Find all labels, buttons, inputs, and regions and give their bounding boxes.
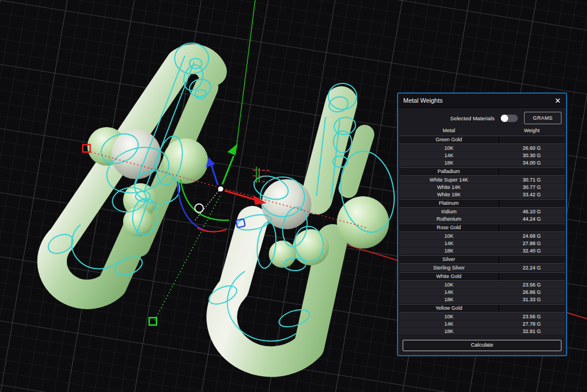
metal-group-header[interactable]: Silver xyxy=(399,255,565,264)
metal-weight-row[interactable]: 14K26.86 G xyxy=(399,289,565,296)
column-header-metal: Metal xyxy=(399,128,499,133)
metal-group-name: White Gold xyxy=(399,273,499,280)
metal-weight-row[interactable]: 18K34.00 G xyxy=(399,159,565,167)
metal-cell: 18K xyxy=(399,297,499,302)
weight-cell: 27.78 G xyxy=(499,321,565,327)
metal-weight-row[interactable]: 10K24.68 G xyxy=(399,233,565,240)
metal-cell: White 14K xyxy=(399,184,499,190)
metal-group-name: Rose Gold xyxy=(399,224,499,231)
metal-weight-row[interactable]: Ruthenium44.24 G xyxy=(399,216,565,223)
metal-cell: 10K xyxy=(399,145,499,151)
metal-cell: 10K xyxy=(399,314,499,319)
units-button[interactable]: GRAMS xyxy=(524,112,561,124)
metal-weight-row[interactable]: 10K26.60 G xyxy=(399,145,565,152)
weight-cell: 33.42 G xyxy=(499,192,565,197)
metal-cell: White Super 14K xyxy=(399,177,499,183)
metal-cell: 18K xyxy=(399,248,499,254)
panel-controls: Selected Materials GRAMS xyxy=(398,108,566,127)
weight-cell: 30.30 G xyxy=(499,153,565,158)
selected-materials-toggle[interactable] xyxy=(501,115,518,122)
metal-group-header[interactable]: Platinum xyxy=(399,199,565,208)
selected-materials-label: Selected Materials xyxy=(450,115,495,121)
weight-cell: 23.56 G xyxy=(499,314,565,319)
weight-cell: 30.77 G xyxy=(499,184,565,190)
weight-cell: 22.24 G xyxy=(499,265,565,271)
metal-weight-row[interactable]: White 14K30.77 G xyxy=(399,184,565,191)
metal-group-header-right xyxy=(499,136,565,144)
metal-weight-row[interactable]: 10K23.56 G xyxy=(399,313,565,321)
metal-weight-row[interactable]: Iridium46.10 G xyxy=(399,208,565,216)
metal-group-header-right xyxy=(499,200,565,207)
weight-cell: 44.24 G xyxy=(499,216,565,222)
metal-weights-panel: Metal Weights ✕ Selected Materials GRAMS… xyxy=(397,92,567,356)
metal-group-header[interactable]: Rose Gold xyxy=(399,224,565,232)
metal-weight-row[interactable]: 14K27.88 G xyxy=(399,240,565,247)
metal-weight-row[interactable]: White Super 14K30.71 G xyxy=(399,176,565,184)
link-sphere xyxy=(337,196,389,248)
weight-cell: 30.71 G xyxy=(499,177,565,183)
panel-title: Metal Weights xyxy=(403,97,443,104)
metal-weight-row[interactable]: 14K27.78 G xyxy=(399,321,565,328)
metal-group-header-right xyxy=(499,168,565,175)
gizmo-center-handle[interactable] xyxy=(218,187,223,192)
metal-cell: 10K xyxy=(399,233,499,239)
metal-cell: Iridium xyxy=(399,209,499,214)
weight-cell: 23.56 G xyxy=(499,282,565,288)
weight-cell: 34.00 G xyxy=(499,160,565,166)
panel-titlebar[interactable]: Metal Weights ✕ xyxy=(398,94,566,108)
metal-group-name: Platinum xyxy=(399,200,499,207)
metal-weight-row[interactable]: White 18K33.42 G xyxy=(399,191,565,199)
metal-group-name: Silver xyxy=(399,256,499,263)
metal-weight-row[interactable]: 18K31.33 G xyxy=(399,296,565,304)
weight-cell: 27.88 G xyxy=(499,241,565,246)
metal-cell: 14K xyxy=(399,321,499,327)
metal-weight-row[interactable]: 18K32.91 G xyxy=(399,328,565,335)
metal-cell: 10K xyxy=(399,282,499,288)
metal-group-header-right xyxy=(499,305,565,312)
link-sphere xyxy=(269,241,296,268)
metal-cell: 18K xyxy=(399,328,499,334)
metal-cell: 14K xyxy=(399,153,499,158)
metal-cell: 18K xyxy=(399,160,499,166)
panel-spacer xyxy=(398,335,566,340)
metal-group-header[interactable]: Yellow Gold xyxy=(399,304,565,313)
weight-cell: 24.68 G xyxy=(499,233,565,239)
metal-group-name: Palladium xyxy=(399,168,499,175)
metal-group-header-right xyxy=(499,256,565,263)
metal-weight-row[interactable]: 14K30.30 G xyxy=(399,152,565,159)
metal-cell: White 18K xyxy=(399,192,499,197)
metal-group-header[interactable]: Palladium xyxy=(399,167,565,176)
weight-cell: 32.91 G xyxy=(499,328,565,334)
metal-group-header-right xyxy=(499,273,565,280)
weight-cell: 26.60 G xyxy=(499,145,565,151)
metal-weight-row[interactable]: 18K32.40 G xyxy=(399,247,565,255)
column-header-weight: Weight xyxy=(499,128,565,133)
table-column-headers: Metal Weight xyxy=(398,127,566,135)
metal-cell: Ruthenium xyxy=(399,216,499,222)
weight-cell: 26.86 G xyxy=(499,289,565,295)
toggle-knob xyxy=(501,115,508,122)
metal-weights-table: Green Gold10K26.60 G14K30.30 G18K34.00 G… xyxy=(399,135,565,335)
metal-cell: 14K xyxy=(399,289,499,295)
metal-cell: Sterling Silver xyxy=(399,265,499,271)
calculate-button[interactable]: Calculate xyxy=(403,340,561,351)
weight-cell: 31.33 G xyxy=(499,297,565,302)
link-sphere xyxy=(163,138,208,184)
close-icon[interactable]: ✕ xyxy=(555,97,561,104)
metal-cell: 14K xyxy=(399,241,499,246)
weight-cell: 32.40 G xyxy=(499,248,565,254)
metal-group-header-right xyxy=(499,224,565,231)
weight-cell: 46.10 G xyxy=(499,209,565,214)
metal-group-name: Yellow Gold xyxy=(399,305,499,312)
metal-weight-row[interactable]: Sterling Silver22.24 G xyxy=(399,264,565,272)
metal-weight-row[interactable]: 10K23.56 G xyxy=(399,281,565,289)
metal-group-header[interactable]: Green Gold xyxy=(399,136,565,144)
metal-group-name: Green Gold xyxy=(399,136,499,144)
metal-group-header[interactable]: White Gold xyxy=(399,272,565,281)
